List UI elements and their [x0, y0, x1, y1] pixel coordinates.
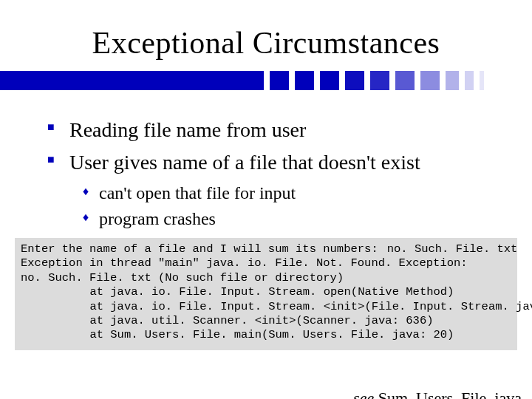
- footer-reference: see Sum. Users. File. java: [353, 389, 522, 399]
- console-output: Enter the name of a file and I will sum …: [15, 238, 517, 350]
- console-user-input: no. Such. File. txt: [387, 242, 518, 256]
- body-content: Reading file name from user User gives n…: [0, 117, 532, 231]
- trace-line: java. io. File. Input. Stream. open(Nati…: [110, 285, 454, 299]
- trace-at: at: [21, 300, 103, 314]
- trace-line: java. util. Scanner. <init>(Scanner. jav…: [110, 314, 433, 327]
- title-stripe: [0, 71, 532, 90]
- console-line: Exception in thread "main" java. io. Fil…: [21, 256, 468, 270]
- slide-title: Exceptional Circumstances: [0, 25, 532, 61]
- bullet-lvl1: User gives name of a file that doesn't e…: [43, 149, 502, 176]
- bullet-lvl1: Reading file name from user: [43, 117, 502, 143]
- console-prompt: Enter the name of a file and I will sum …: [21, 242, 378, 256]
- footer-filename: Sum. Users. File. java: [378, 389, 522, 399]
- trace-line: Sum. Users. File. main(Sum. Users. File.…: [110, 328, 454, 341]
- trace-line: java. io. File. Input. Stream. <init>(Fi…: [110, 300, 532, 313]
- bullet-lvl2: program crashes: [43, 208, 502, 231]
- console-line: no. Such. File. txt (No such file or dir…: [21, 271, 344, 284]
- footer-see: see: [353, 389, 374, 399]
- trace-at: at: [21, 314, 103, 328]
- trace-at: at: [21, 328, 103, 342]
- bullet-lvl2: can't open that file for input: [43, 182, 502, 205]
- trace-at: at: [21, 285, 103, 299]
